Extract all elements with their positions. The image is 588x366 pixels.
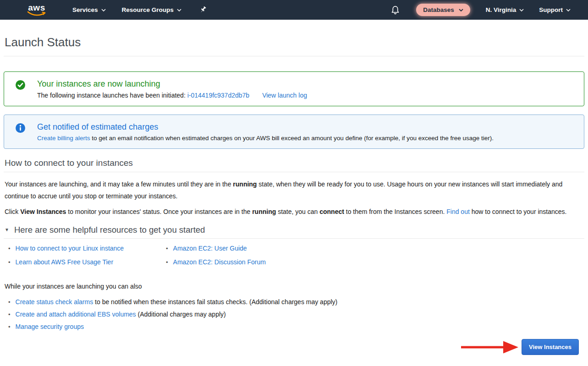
resource-link-discussion-forum[interactable]: Amazon EC2: Discussion Forum <box>173 258 266 266</box>
nav-region-selector[interactable]: N. Virginia <box>486 6 524 13</box>
databases-pill-label: Databases <box>423 6 454 13</box>
list-item: • Amazon EC2: Discussion Forum <box>166 258 266 266</box>
chevron-down-icon <box>519 9 524 11</box>
find-out-link[interactable]: Find out <box>446 208 470 215</box>
list-item: • Create and attach additional EBS volum… <box>8 311 584 318</box>
connect-paragraph-2: Click View Instances to monitor your ins… <box>5 206 584 218</box>
create-status-check-alarms-link[interactable]: Create status check alarms <box>16 298 93 306</box>
list-item: • Amazon EC2: User Guide <box>166 245 266 252</box>
list-item: • Learn about AWS Free Usage Tier <box>8 258 166 266</box>
create-billing-alerts-link[interactable]: Create billing alerts <box>37 135 90 142</box>
red-arrow-icon <box>461 340 519 354</box>
text-segment: to get an email notification when estima… <box>90 135 494 142</box>
instance-id-link[interactable]: i-014419fc937d2db7b <box>187 92 249 99</box>
page-title: Launch Status <box>5 35 584 49</box>
list-item-text: to be notified when these instances fail… <box>93 298 337 306</box>
success-alert-message: The following instance launches have bee… <box>37 92 307 99</box>
check-circle-icon <box>16 80 25 90</box>
while-launching-list: • Create status check alarms to be notif… <box>8 298 584 331</box>
info-alert-message: Create billing alerts to get an email no… <box>37 134 494 142</box>
connect-section-heading: How to connect to your instances <box>5 158 584 168</box>
bullet-dot: • <box>8 258 11 266</box>
info-alert-title: Get notified of estimated charges <box>37 122 494 132</box>
manage-security-groups-link[interactable]: Manage security groups <box>16 323 84 330</box>
text-segment: Click <box>5 208 20 215</box>
billing-info-alert: Get notified of estimated charges Create… <box>4 115 584 149</box>
list-item: • How to connect to your Linux instance <box>8 245 166 252</box>
resources-link-grid: • How to connect to your Linux instance … <box>8 245 584 266</box>
success-alert-title: Your instances are now launching <box>37 79 307 89</box>
main-content: Launch Status Your instances are now lau… <box>0 35 588 355</box>
bell-icon[interactable] <box>391 5 400 15</box>
info-circle-icon <box>16 123 25 133</box>
launch-success-alert: Your instances are now launching The fol… <box>4 71 584 106</box>
list-item: • Create status check alarms to be notif… <box>8 298 584 306</box>
while-launching-intro: While your instances are launching you c… <box>5 283 584 290</box>
create-ebs-volumes-link[interactable]: Create and attach additional EBS volumes <box>16 311 136 318</box>
bullet-dot: • <box>8 311 11 318</box>
divider <box>4 56 584 56</box>
text-segment: to them from the Instances screen. <box>344 208 446 215</box>
caret-down-icon: ▼ <box>5 225 9 235</box>
text-segment: to monitor your instances' status. Once … <box>66 208 252 215</box>
nav-services-label: Services <box>72 6 98 13</box>
chevron-down-icon <box>177 9 181 11</box>
text-segment: running <box>233 180 257 188</box>
chevron-down-icon <box>101 9 106 11</box>
nav-region-label: N. Virginia <box>486 6 517 13</box>
pushpin-icon[interactable] <box>199 6 207 14</box>
nav-resource-groups-label: Resource Groups <box>122 6 174 13</box>
text-segment: running <box>252 208 276 215</box>
text-segment: how to connect to your instances. <box>470 208 567 215</box>
text-segment: The following instance launches have bee… <box>37 92 187 99</box>
aws-smile-icon <box>27 11 47 16</box>
resource-link-linux-instance[interactable]: How to connect to your Linux instance <box>16 245 124 252</box>
chevron-down-icon <box>459 9 463 11</box>
bullet-dot: • <box>166 258 168 266</box>
bullet-dot: • <box>8 298 11 306</box>
databases-pill-button[interactable]: Databases <box>416 4 470 16</box>
top-nav: aws Services Resource Groups <box>0 0 588 20</box>
bullet-dot: • <box>8 323 11 331</box>
chevron-down-icon <box>566 9 571 11</box>
nav-right-group: Databases N. Virginia Support <box>391 4 575 16</box>
resource-link-free-usage-tier[interactable]: Learn about AWS Free Usage Tier <box>16 258 113 266</box>
nav-resource-groups[interactable]: Resource Groups <box>122 6 181 13</box>
bullet-dot: • <box>8 245 11 252</box>
footer-actions: View Instances <box>4 339 584 355</box>
list-item: • Manage security groups <box>8 323 584 331</box>
nav-support-label: Support <box>539 6 563 13</box>
nav-support-menu[interactable]: Support <box>539 6 571 13</box>
text-segment: connect <box>319 208 344 215</box>
resources-heading: Here are some helpful resources to get y… <box>14 225 205 235</box>
resources-collapse-header[interactable]: ▼ Here are some helpful resources to get… <box>5 225 584 235</box>
bullet-dot: • <box>166 245 168 252</box>
resource-link-user-guide[interactable]: Amazon EC2: User Guide <box>173 245 247 252</box>
divider <box>4 238 584 239</box>
nav-services[interactable]: Services <box>72 6 106 13</box>
text-segment: View Instances <box>20 208 66 215</box>
list-item-text: (Additional charges may apply) <box>136 311 226 318</box>
divider <box>4 172 584 172</box>
aws-logo[interactable]: aws <box>27 3 47 16</box>
connect-paragraph-1: Your instances are launching, and it may… <box>5 178 584 202</box>
view-instances-button[interactable]: View Instances <box>522 339 579 355</box>
text-segment: Your instances are launching, and it may… <box>5 180 233 188</box>
text-segment: state, you can <box>276 208 319 215</box>
view-launch-log-link[interactable]: View launch log <box>262 92 307 99</box>
